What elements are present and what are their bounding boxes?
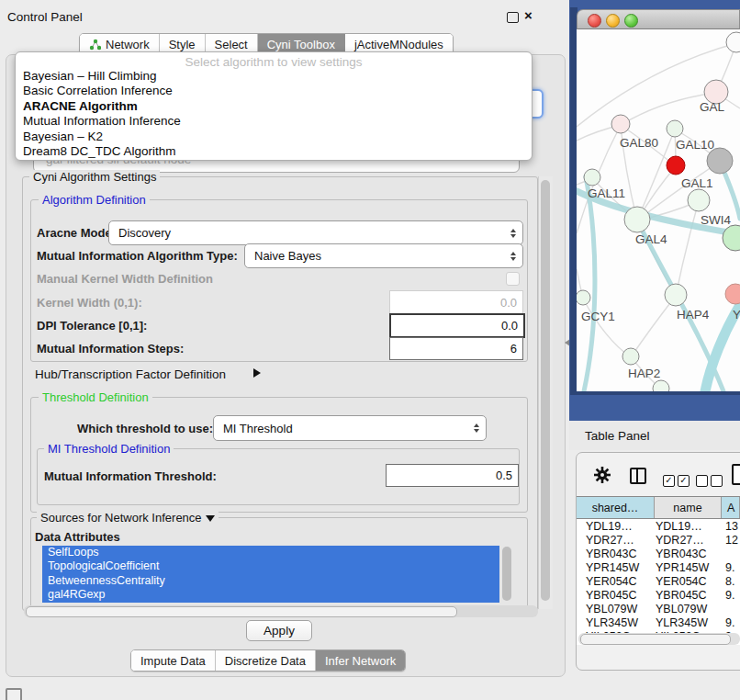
zoom-window-icon[interactable] bbox=[624, 14, 638, 28]
close-panel-icon[interactable]: × bbox=[524, 10, 533, 21]
threshold-definition-title: Threshold Definition bbox=[39, 390, 152, 404]
list-item-selfloops[interactable]: SelfLoops bbox=[42, 546, 499, 559]
kernel-width-field[interactable]: 0.0 bbox=[389, 290, 523, 314]
mi-threshold-group-title: MI Threshold Definition bbox=[44, 442, 174, 456]
attributes-scrollbar-thumb[interactable] bbox=[502, 547, 511, 601]
network-node-gal80[interactable] bbox=[611, 115, 630, 133]
table-row[interactable]: YPR145WYPR145W9. bbox=[577, 561, 740, 575]
dropdown-item-bayesian-k2[interactable]: Bayesian – K2 bbox=[17, 130, 528, 144]
network-node-gal4[interactable] bbox=[624, 207, 650, 232]
cell: YER054C bbox=[586, 575, 637, 588]
cyni-algorithm-settings-title: Cyni Algorithm Settings bbox=[29, 170, 160, 184]
gear-icon[interactable] bbox=[593, 466, 611, 484]
float-panel-icon[interactable] bbox=[507, 12, 519, 23]
column-header-name[interactable]: name bbox=[655, 497, 722, 518]
network-node-partial-top[interactable] bbox=[726, 32, 740, 52]
tab-infer-network[interactable]: Infer Network bbox=[316, 650, 405, 671]
network-nodes[interactable] bbox=[577, 32, 740, 391]
mi-type-combobox[interactable]: Naive Bayes bbox=[244, 243, 523, 268]
mi-threshold-value: 0.5 bbox=[496, 469, 518, 482]
tab-discretize-data[interactable]: Discretize Data bbox=[216, 650, 316, 671]
hide-columns-icon[interactable]: ✓✓ bbox=[696, 470, 725, 487]
tab-impute-data[interactable]: Impute Data bbox=[131, 650, 216, 671]
network-window-titlebar[interactable] bbox=[577, 9, 740, 29]
node-label: GAL10 bbox=[676, 138, 714, 152]
table-row[interactable]: YBR045CYBR045C9. bbox=[577, 589, 740, 603]
network-node-hap2[interactable] bbox=[622, 348, 639, 365]
cell: YDL19… bbox=[656, 520, 702, 533]
node-label: HAP4 bbox=[677, 308, 710, 322]
table-hscrollbar-thumb[interactable] bbox=[580, 634, 731, 645]
which-threshold-combobox[interactable]: MI Threshold bbox=[213, 415, 487, 441]
which-threshold-label: Which threshold to use: bbox=[77, 422, 213, 435]
network-node-red[interactable] bbox=[667, 156, 685, 175]
settings-scrollbar-thumb[interactable] bbox=[541, 180, 550, 601]
dropdown-item-dream8[interactable]: Dream8 DC_TDC Algorithm bbox=[17, 144, 528, 159]
mi-steps-field[interactable]: 6 bbox=[389, 337, 523, 360]
list-item-topologicalcoefficient[interactable]: TopologicalCoefficient bbox=[42, 559, 499, 573]
column-header-shared-name[interactable]: shared… bbox=[577, 497, 655, 518]
tab-network-label: Network bbox=[106, 38, 150, 51]
dropdown-item-aracne[interactable]: ARACNE Algorithm bbox=[17, 99, 528, 114]
close-window-icon[interactable] bbox=[588, 14, 601, 28]
dpi-tolerance-field[interactable]: 0.0 bbox=[389, 313, 525, 338]
settings-hscrollbar-thumb[interactable] bbox=[26, 606, 457, 617]
collapse-arrow-icon[interactable] bbox=[206, 515, 215, 522]
node-label: SWI4 bbox=[701, 213, 731, 227]
columns-icon[interactable] bbox=[630, 468, 646, 484]
kernel-width-value: 0.0 bbox=[500, 296, 522, 310]
tab-discretize-data-label: Discretize Data bbox=[225, 654, 306, 668]
list-item-gal4rgexp[interactable]: gal4RGexp bbox=[42, 588, 499, 602]
network-node-gal1[interactable] bbox=[688, 189, 710, 211]
manual-kernel-label: Manual Kernel Width Definition bbox=[37, 272, 213, 286]
unchecked-box-icon: ✓ bbox=[696, 475, 708, 487]
minimize-window-icon[interactable] bbox=[606, 14, 620, 28]
tab-select-label: Select bbox=[215, 38, 248, 51]
cell: 8. bbox=[725, 575, 734, 588]
network-graph[interactable]: GAL GAL80 GAL10 GAL11 GAL1 SWI4 GAL4 GCY… bbox=[577, 29, 740, 391]
network-node-gal10[interactable] bbox=[667, 120, 683, 137]
network-node-gray[interactable] bbox=[707, 148, 733, 174]
spinner-arrows-icon bbox=[510, 252, 516, 261]
network-node-partial-bottom[interactable] bbox=[653, 380, 669, 391]
dropdown-item-basic-correlation[interactable]: Basic Correlation Inference bbox=[17, 84, 528, 98]
aracne-mode-combobox[interactable]: Discovery bbox=[108, 220, 523, 245]
network-icon bbox=[89, 39, 101, 51]
dpi-tolerance-value: 0.0 bbox=[501, 319, 523, 333]
table-row[interactable]: YBR043CYBR043C bbox=[577, 548, 740, 561]
frame-shadow-bottom bbox=[570, 391, 740, 395]
mi-steps-label: Mutual Information Steps: bbox=[37, 342, 184, 356]
column-header-a[interactable]: A bbox=[722, 497, 740, 518]
show-columns-icon[interactable]: ✓✓ bbox=[663, 470, 692, 487]
apply-button[interactable]: Apply bbox=[246, 620, 312, 641]
table-row[interactable]: YDL19…YDL19…13 bbox=[577, 520, 740, 534]
node-label: GAL bbox=[700, 100, 725, 114]
network-node-gcy1[interactable] bbox=[577, 290, 590, 305]
expand-arrow-icon[interactable] bbox=[253, 368, 261, 378]
table-row[interactable]: YLR345WYLR345W9. bbox=[577, 616, 740, 630]
network-node-gal11[interactable] bbox=[584, 169, 600, 186]
mi-threshold-field[interactable]: 0.5 bbox=[386, 464, 519, 487]
table-row[interactable]: YDR27…YDR27…12 bbox=[577, 534, 740, 548]
table-row[interactable]: YBL079WYBL079W bbox=[577, 603, 740, 616]
minimized-panel-icon[interactable] bbox=[6, 688, 22, 700]
cell: YBL079W bbox=[586, 603, 637, 615]
list-item-betweennesscentrality[interactable]: BetweennessCentrality bbox=[42, 574, 499, 588]
tab-cyni-toolbox-label: Cyni Toolbox bbox=[267, 38, 335, 51]
dropdown-item-bayesian-hill-climbing[interactable]: Bayesian – Hill Climbing bbox=[17, 69, 528, 84]
algorithm-dropdown-list: Select algorithm to view settings Bayesi… bbox=[15, 51, 533, 161]
network-node-salmon[interactable] bbox=[725, 284, 740, 304]
network-view-canvas[interactable]: GAL GAL80 GAL10 GAL11 GAL1 SWI4 GAL4 GCY… bbox=[577, 29, 740, 391]
network-node-hap4[interactable] bbox=[665, 284, 687, 306]
cell: 13 bbox=[725, 520, 738, 533]
data-attributes-list: SelfLoops TopologicalCoefficient Between… bbox=[42, 546, 499, 603]
tab-jactivemnodules-label: jActiveMNodules bbox=[354, 38, 443, 51]
dropdown-item-mutual-information[interactable]: Mutual Information Inference bbox=[17, 114, 528, 129]
which-threshold-value: MI Threshold bbox=[214, 422, 474, 435]
network-labels: GAL GAL80 GAL10 GAL11 GAL1 SWI4 GAL4 GCY… bbox=[581, 100, 740, 380]
data-attributes-label: Data Attributes bbox=[35, 530, 120, 544]
table-row[interactable]: YER054CYER054C8. bbox=[577, 575, 740, 589]
document-icon[interactable] bbox=[732, 464, 740, 485]
manual-kernel-checkbox[interactable] bbox=[506, 272, 520, 286]
checked-box-icon: ✓ bbox=[663, 475, 675, 487]
